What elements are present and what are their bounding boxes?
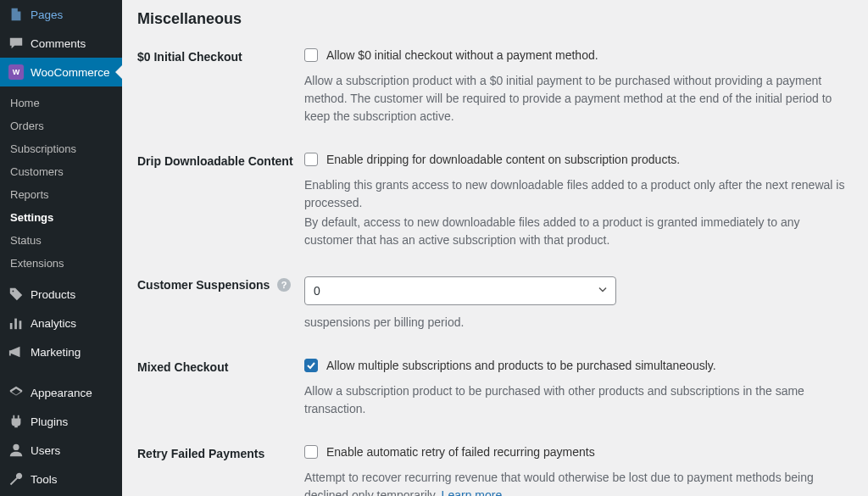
sidebar-label: Products: [31, 288, 75, 301]
checkbox-row[interactable]: Enable dripping for downloadable content…: [304, 153, 847, 166]
sidebar-item-plugins[interactable]: Plugins: [0, 407, 122, 436]
product-icon: [8, 287, 24, 302]
checkbox-label: Enable dripping for downloadable content…: [326, 153, 680, 166]
help-icon[interactable]: ?: [277, 278, 291, 292]
svg-rect-0: [10, 323, 13, 329]
sidebar-item-pages[interactable]: Pages: [0, 0, 122, 29]
sidebar-label: Marketing: [31, 346, 81, 359]
setting-label: $0 Initial Checkout: [137, 48, 304, 64]
comment-icon: [8, 36, 24, 51]
submenu-extensions[interactable]: Extensions: [0, 252, 122, 275]
sidebar-label: WooCommerce: [31, 66, 110, 79]
setting-initial-checkout: $0 Initial Checkout Allow $0 initial che…: [137, 48, 851, 125]
setting-suspensions: Customer Suspensions ? 0 suspensions per…: [137, 276, 851, 332]
analytics-icon: [8, 315, 24, 331]
sidebar-label: Plugins: [31, 415, 68, 428]
plugins-icon: [8, 414, 24, 429]
setting-description: Allow a subscription product to be purch…: [304, 382, 847, 418]
setting-label: Mixed Checkout: [137, 359, 304, 374]
page-icon: [8, 7, 24, 22]
submenu-reports[interactable]: Reports: [0, 183, 122, 206]
sidebar-item-analytics[interactable]: Analytics: [0, 309, 122, 337]
setting-suffix: suspensions per billing period.: [304, 314, 847, 332]
submenu-home[interactable]: Home: [0, 92, 122, 114]
suspensions-select[interactable]: 0: [304, 276, 616, 305]
tools-icon: [8, 471, 24, 487]
submenu-status[interactable]: Status: [0, 229, 122, 252]
sidebar-submenu: Home Orders Subscriptions Customers Repo…: [0, 86, 122, 280]
setting-description: Enabling this grants access to new downl…: [304, 176, 847, 212]
submenu-orders[interactable]: Orders: [0, 114, 122, 137]
sidebar-item-comments[interactable]: Comments: [0, 29, 122, 58]
submenu-customers[interactable]: Customers: [0, 160, 122, 183]
sidebar-item-marketing[interactable]: Marketing: [0, 337, 122, 366]
appearance-icon: [8, 385, 24, 400]
checkbox-mixed[interactable]: [304, 359, 318, 372]
checkbox-initial-checkout[interactable]: [304, 48, 318, 62]
setting-description: Allow a subscription product with a $0 i…: [304, 72, 847, 125]
settings-content: Miscellaneous $0 Initial Checkout Allow …: [122, 0, 868, 496]
checkbox-retry[interactable]: [304, 445, 318, 459]
sidebar-label: Pages: [31, 8, 63, 21]
setting-retry: Retry Failed Payments Enable automatic r…: [137, 445, 851, 496]
sidebar-label: Analytics: [31, 317, 76, 330]
submenu-subscriptions[interactable]: Subscriptions: [0, 137, 122, 160]
setting-label: Drip Downloadable Content: [137, 153, 304, 168]
learn-more-link[interactable]: Learn more: [442, 488, 503, 496]
checkbox-row[interactable]: Allow $0 initial checkout without a paym…: [304, 48, 847, 62]
submenu-settings[interactable]: Settings: [0, 206, 122, 229]
checkbox-row[interactable]: Allow multiple subscriptions and product…: [304, 359, 847, 372]
sidebar-label: Users: [31, 444, 60, 457]
users-icon: [8, 443, 24, 458]
setting-description: Attempt to recover recurring revenue tha…: [304, 469, 847, 496]
setting-mixed: Mixed Checkout Allow multiple subscripti…: [137, 359, 851, 418]
svg-point-3: [13, 444, 19, 450]
checkbox-drip[interactable]: [304, 153, 318, 166]
checkbox-label: Enable automatic retry of failed recurri…: [326, 445, 595, 459]
sidebar-item-tools[interactable]: Tools: [0, 465, 122, 493]
sidebar-label: Appearance: [31, 387, 92, 399]
marketing-icon: [8, 344, 24, 359]
svg-rect-1: [14, 319, 17, 330]
sidebar-label: Comments: [31, 37, 86, 50]
checkbox-label: Allow multiple subscriptions and product…: [326, 359, 716, 372]
setting-description: By default, access to new downloadable f…: [304, 214, 847, 249]
sidebar-label: Tools: [31, 473, 58, 486]
admin-sidebar: Pages Comments W WooCommerce Home Orders…: [0, 0, 122, 496]
woo-icon: W: [8, 64, 24, 80]
setting-drip: Drip Downloadable Content Enable drippin…: [137, 153, 851, 249]
section-title: Miscellaneous: [137, 10, 851, 28]
checkbox-row[interactable]: Enable automatic retry of failed recurri…: [304, 445, 847, 459]
setting-label: Customer Suspensions ?: [137, 276, 304, 292]
sidebar-item-woocommerce[interactable]: W WooCommerce: [0, 58, 122, 86]
setting-label: Retry Failed Payments: [137, 445, 304, 460]
sidebar-item-appearance[interactable]: Appearance: [0, 378, 122, 407]
sidebar-item-products[interactable]: Products: [0, 280, 122, 309]
svg-rect-2: [19, 320, 22, 329]
sidebar-item-users[interactable]: Users: [0, 436, 122, 465]
checkbox-label: Allow $0 initial checkout without a paym…: [326, 48, 598, 62]
